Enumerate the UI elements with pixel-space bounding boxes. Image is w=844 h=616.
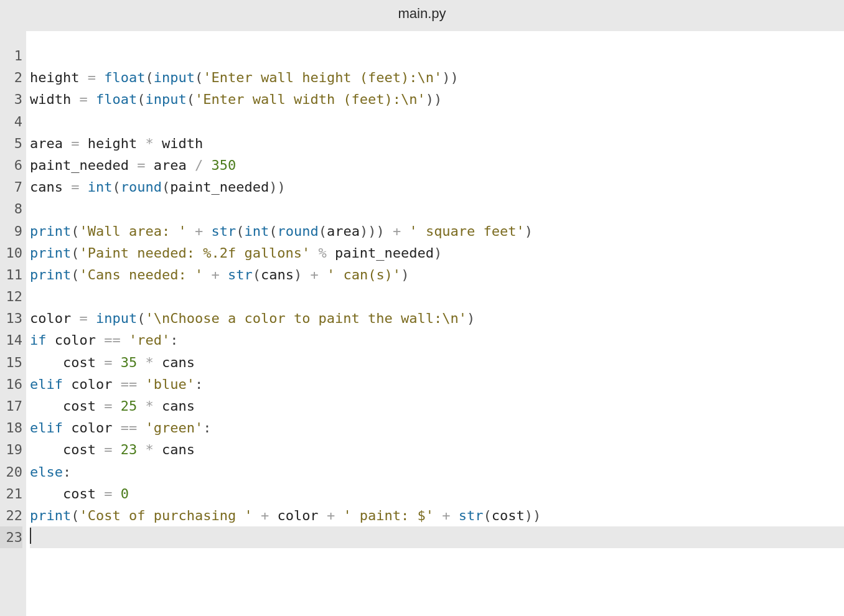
line-number: 23: [0, 526, 22, 548]
line-number: 17: [0, 395, 22, 417]
filename-label: main.py: [398, 2, 446, 24]
code-line[interactable]: print('Paint needed: %.2f gallons' % pai…: [30, 242, 844, 264]
code-line[interactable]: else:: [30, 461, 844, 483]
editor-header: main.py: [0, 0, 844, 31]
code-line[interactable]: print('Cost of purchasing ' + color + ' …: [30, 505, 844, 526]
code-line[interactable]: if color == 'red':: [30, 329, 844, 351]
code-line[interactable]: [30, 198, 844, 220]
code-line[interactable]: cans = int(round(paint_needed)): [30, 176, 844, 198]
code-line[interactable]: cost = 25 * cans: [30, 395, 844, 417]
code-line[interactable]: elif color == 'green':: [30, 417, 844, 439]
code-line[interactable]: print('Wall area: ' + str(int(round(area…: [30, 220, 844, 242]
code-line[interactable]: color = input('\nChoose a color to paint…: [30, 307, 844, 329]
text-cursor: [30, 528, 31, 544]
line-number: 2: [0, 67, 22, 88]
code-line[interactable]: paint_needed = area / 350: [30, 154, 844, 176]
line-number: 3: [0, 88, 22, 110]
code-line[interactable]: [30, 45, 844, 67]
code-line[interactable]: cost = 23 * cans: [30, 439, 844, 460]
code-line[interactable]: [30, 526, 844, 548]
line-number: 11: [0, 264, 22, 286]
line-number: 22: [0, 505, 22, 526]
code-area[interactable]: height = float(input('Enter wall height …: [26, 31, 844, 616]
line-number: 5: [0, 133, 22, 154]
code-editor[interactable]: 1234567891011121314151617181920212223 he…: [0, 31, 844, 616]
code-line[interactable]: area = height * width: [30, 133, 844, 154]
line-number: 13: [0, 307, 22, 329]
line-number: 1: [0, 45, 22, 67]
code-line[interactable]: height = float(input('Enter wall height …: [30, 67, 844, 88]
line-number: 21: [0, 483, 22, 505]
line-number: 12: [0, 286, 22, 307]
line-number: 14: [0, 329, 22, 351]
code-line[interactable]: elif color == 'blue':: [30, 373, 844, 395]
line-number: 18: [0, 417, 22, 439]
code-line[interactable]: print('Cans needed: ' + str(cans) + ' ca…: [30, 264, 844, 286]
line-number: 19: [0, 439, 22, 460]
line-number: 10: [0, 242, 22, 264]
code-line[interactable]: width = float(input('Enter wall width (f…: [30, 88, 844, 110]
code-line[interactable]: [30, 111, 844, 133]
line-number: 16: [0, 373, 22, 395]
line-number: 9: [0, 220, 22, 242]
line-number: 15: [0, 352, 22, 373]
line-number: 7: [0, 176, 22, 198]
code-line[interactable]: cost = 0: [30, 483, 844, 505]
line-number: 20: [0, 461, 22, 483]
line-number-gutter: 1234567891011121314151617181920212223: [0, 31, 26, 616]
line-number: 6: [0, 154, 22, 176]
line-number: 4: [0, 111, 22, 133]
line-number: 8: [0, 198, 22, 220]
code-line[interactable]: cost = 35 * cans: [30, 352, 844, 373]
code-line[interactable]: [30, 286, 844, 307]
